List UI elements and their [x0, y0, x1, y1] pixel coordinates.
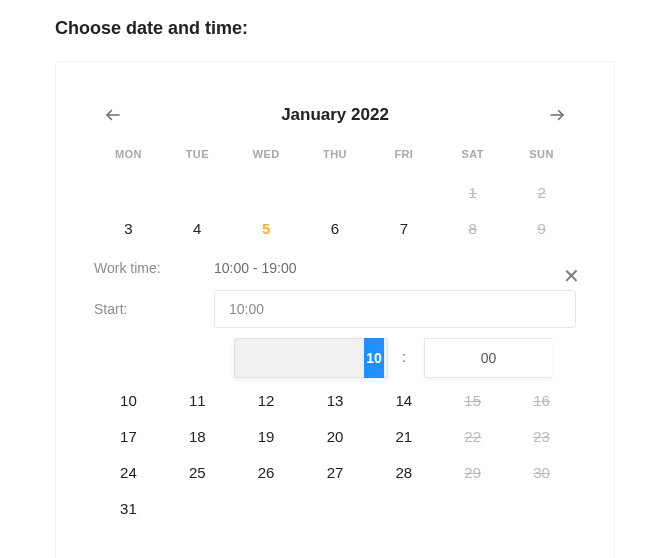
work-time-value: 10:00 - 19:00 [214, 260, 297, 276]
calendar-day[interactable]: 7 [369, 210, 438, 246]
calendar-day[interactable]: 20 [301, 418, 370, 454]
hour-selected: 10 [364, 338, 384, 378]
calendar-empty [369, 174, 438, 210]
calendar-empty [163, 490, 232, 526]
time-panel: ✕ Work time: 10:00 - 19:00 Start: 10 : 0… [84, 256, 586, 376]
calendar-day[interactable]: 27 [301, 454, 370, 490]
calendar-day[interactable]: 19 [232, 418, 301, 454]
time-spinner: 10 : 00 [104, 342, 566, 376]
calendar-day[interactable]: 24 [94, 454, 163, 490]
calendar-day[interactable]: 12 [232, 382, 301, 418]
calendar-day[interactable]: 31 [94, 490, 163, 526]
weekday-label: THU [301, 144, 370, 174]
weekday-label: SAT [438, 144, 507, 174]
calendar-empty [301, 174, 370, 210]
calendar-day: 22 [438, 418, 507, 454]
calendar-day[interactable]: 18 [163, 418, 232, 454]
calendar-day: 8 [438, 210, 507, 246]
calendar-day: 29 [438, 454, 507, 490]
calendar-grid-top: 123456789 [84, 174, 586, 246]
calendar-empty [369, 490, 438, 526]
calendar-header: January 2022 [84, 104, 586, 144]
calendar-day: 15 [438, 382, 507, 418]
calendar-empty [94, 174, 163, 210]
start-label: Start: [94, 301, 214, 317]
start-time-input[interactable] [214, 290, 576, 328]
calendar-day[interactable]: 4 [163, 210, 232, 246]
calendar-day[interactable]: 5 [232, 210, 301, 246]
calendar-day[interactable]: 14 [369, 382, 438, 418]
calendar-empty [163, 174, 232, 210]
prev-month-button[interactable] [102, 104, 124, 126]
calendar-empty [232, 174, 301, 210]
calendar-day: 2 [507, 174, 576, 210]
close-icon[interactable]: ✕ [563, 264, 580, 288]
calendar-empty [507, 490, 576, 526]
calendar-day[interactable]: 21 [369, 418, 438, 454]
calendar-day[interactable]: 10 [94, 382, 163, 418]
weekday-label: TUE [163, 144, 232, 174]
time-colon: : [402, 348, 406, 365]
calendar-empty [438, 490, 507, 526]
page-title: Choose date and time: [55, 18, 663, 39]
calendar-day[interactable]: 11 [163, 382, 232, 418]
weekday-label: MON [94, 144, 163, 174]
calendar-day[interactable]: 28 [369, 454, 438, 490]
calendar-day: 1 [438, 174, 507, 210]
calendar-empty [232, 490, 301, 526]
weekday-label: WED [232, 144, 301, 174]
next-month-button[interactable] [546, 104, 568, 126]
calendar-day[interactable]: 25 [163, 454, 232, 490]
calendar-day: 30 [507, 454, 576, 490]
work-time-label: Work time: [94, 260, 214, 276]
datetime-card: January 2022 MONTUEWEDTHUFRISATSUN 12345… [55, 61, 615, 558]
calendar-day[interactable]: 17 [94, 418, 163, 454]
weekday-row: MONTUEWEDTHUFRISATSUN [84, 144, 586, 174]
minute-wheel[interactable]: 00 [424, 338, 552, 378]
month-title: January 2022 [281, 105, 389, 125]
calendar-day[interactable]: 26 [232, 454, 301, 490]
calendar-day: 23 [507, 418, 576, 454]
calendar-day: 16 [507, 382, 576, 418]
calendar-empty [301, 490, 370, 526]
calendar-day[interactable]: 6 [301, 210, 370, 246]
calendar-grid-bottom: 1011121314151617181920212223242526272829… [84, 382, 586, 526]
hour-wheel[interactable]: 10 [234, 338, 388, 378]
calendar-day: 9 [507, 210, 576, 246]
calendar-day[interactable]: 13 [301, 382, 370, 418]
calendar-day[interactable]: 3 [94, 210, 163, 246]
weekday-label: FRI [369, 144, 438, 174]
weekday-label: SUN [507, 144, 576, 174]
